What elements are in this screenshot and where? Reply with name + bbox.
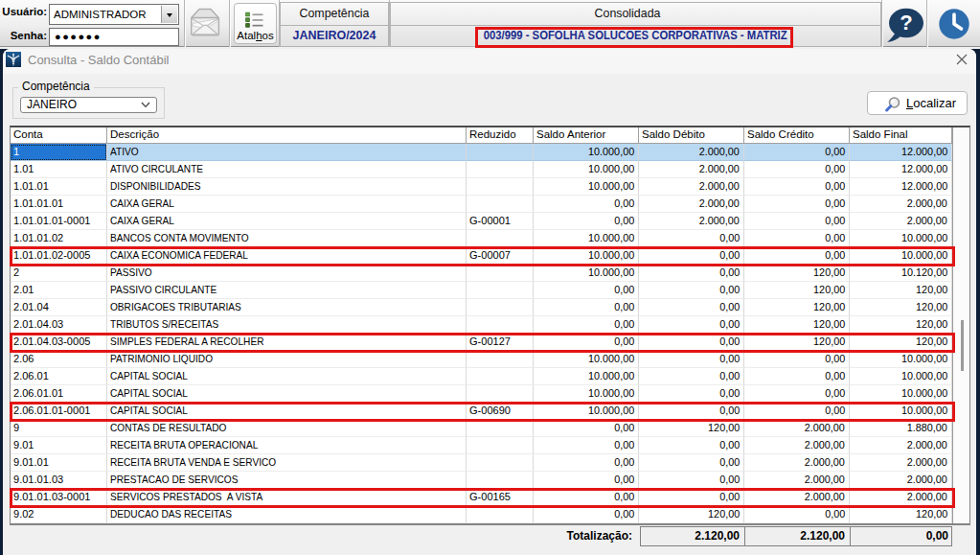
svg-text:?: ? [900,11,912,35]
